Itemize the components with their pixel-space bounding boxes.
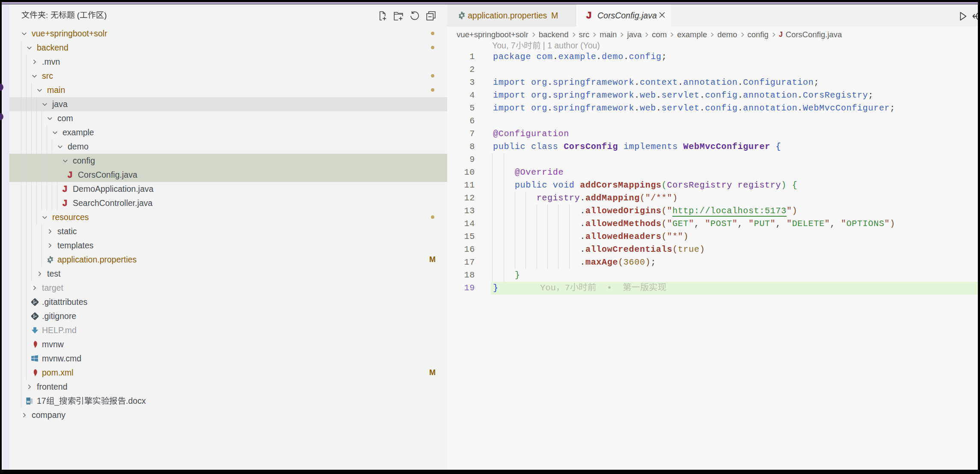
svg-text:w: w: [26, 399, 30, 403]
